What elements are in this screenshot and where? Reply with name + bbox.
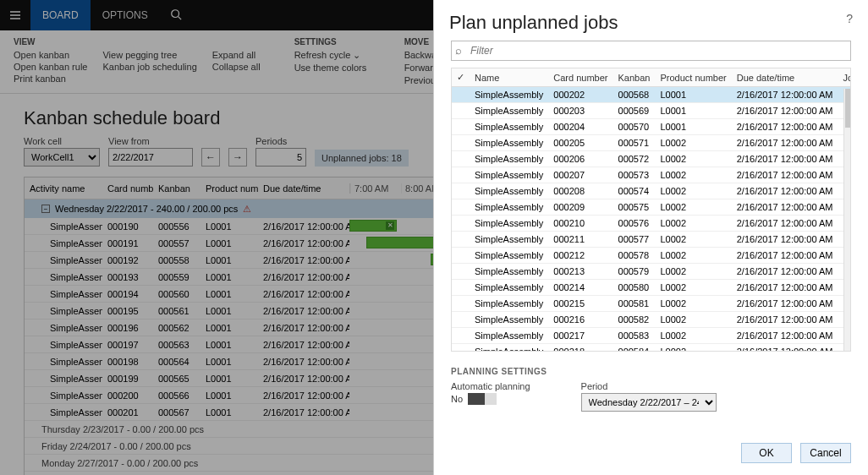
pcol-product[interactable]: Product number <box>655 68 731 87</box>
row-check[interactable] <box>452 328 470 344</box>
panel-row[interactable]: SimpleAssembly000215000581L00022/16/2017… <box>452 296 851 312</box>
row-check[interactable] <box>452 312 470 328</box>
cell-activity: SimpleAssembly <box>25 374 102 384</box>
col-product[interactable]: Product number <box>201 183 258 194</box>
search-icon[interactable] <box>160 8 192 23</box>
cell-product: L0001 <box>201 238 258 248</box>
collapse-all[interactable]: Collapse all <box>212 62 261 72</box>
ribbon-view-title: VIEW <box>14 37 261 46</box>
scrollbar[interactable] <box>843 89 850 351</box>
panel-row[interactable]: SimpleAssembly000214000580L00022/16/2017… <box>452 280 851 296</box>
auto-planning-toggle[interactable] <box>468 393 497 405</box>
row-check[interactable] <box>452 344 470 352</box>
gantt-bar[interactable]: ✕ <box>349 220 397 232</box>
col-due[interactable]: Due date/time <box>258 183 349 194</box>
cell-due: 2/16/2017 12:00:00 AM <box>258 323 349 333</box>
cell-kanban: 000564 <box>153 357 201 367</box>
filter-input[interactable] <box>451 41 851 61</box>
panel-row[interactable]: SimpleAssembly000206000572L00022/16/2017… <box>452 151 851 167</box>
cell-product: L0002 <box>655 216 731 232</box>
view-pegging-tree[interactable]: View pegging tree <box>102 50 196 60</box>
open-kanban-rule[interactable]: Open kanban rule <box>14 62 87 72</box>
collapse-icon[interactable]: − <box>41 205 50 213</box>
periods-input[interactable] <box>255 148 306 167</box>
cell-kanban: 000574 <box>613 183 656 199</box>
panel-row[interactable]: SimpleAssembly000208000574L00022/16/2017… <box>452 183 851 199</box>
cell-name: SimpleAssembly <box>470 280 548 296</box>
row-check[interactable] <box>452 232 470 248</box>
pcol-name[interactable]: Name <box>470 68 548 87</box>
ok-button[interactable]: OK <box>741 443 792 463</box>
panel-row[interactable]: SimpleAssembly000213000579L00022/16/2017… <box>452 264 851 280</box>
cell-due: 2/16/2017 12:00:00 AM <box>258 238 349 248</box>
panel-row[interactable]: SimpleAssembly000212000578L00022/16/2017… <box>452 248 851 264</box>
viewfrom-input[interactable] <box>108 148 193 167</box>
workcell-select[interactable]: WorkCell1 <box>24 148 100 167</box>
hamburger-icon[interactable] <box>0 0 30 30</box>
row-check[interactable] <box>452 183 470 199</box>
period-select[interactable]: Wednesday 2/22/2017 – 240... <box>581 393 717 412</box>
expand-all[interactable]: Expand all <box>212 50 261 60</box>
tab-options[interactable]: OPTIONS <box>91 0 160 30</box>
col-activity[interactable]: Activity name <box>25 183 102 194</box>
row-check[interactable] <box>452 167 470 183</box>
panel-row[interactable]: SimpleAssembly000207000573L00022/16/2017… <box>452 167 851 183</box>
time-7am: 7:00 AM <box>350 183 401 194</box>
open-kanban[interactable]: Open kanban <box>14 50 87 60</box>
row-check[interactable] <box>452 296 470 312</box>
pcol-card[interactable]: Card number <box>548 68 613 87</box>
cell-activity: SimpleAssembly <box>25 340 102 350</box>
cell-kanban: 000580 <box>613 280 656 296</box>
print-kanban[interactable]: Print kanban <box>14 74 87 84</box>
cell-card: 000208 <box>548 183 613 199</box>
row-check[interactable] <box>452 216 470 232</box>
cell-card: 000191 <box>102 238 153 248</box>
panel-row[interactable]: SimpleAssembly000204000570L00012/16/2017… <box>452 119 851 135</box>
next-arrow-button[interactable]: → <box>228 148 247 167</box>
panel-row[interactable]: SimpleAssembly000218000584L00022/16/2017… <box>452 344 851 352</box>
panel-row[interactable]: SimpleAssembly000211000577L00022/16/2017… <box>452 232 851 248</box>
unplanned-jobs-pill[interactable]: Unplanned jobs: 18 <box>315 150 409 167</box>
cell-name: SimpleAssembly <box>470 151 548 167</box>
use-theme-colors[interactable]: Use theme colors <box>294 63 371 73</box>
help-icon[interactable]: ? <box>846 12 853 25</box>
row-check[interactable] <box>452 151 470 167</box>
prev-arrow-button[interactable]: ← <box>201 148 220 167</box>
cancel-button[interactable]: Cancel <box>800 443 851 463</box>
cell-card: 000196 <box>102 323 153 333</box>
panel-row[interactable]: SimpleAssembly000202000568L00012/16/2017… <box>452 87 851 103</box>
row-check[interactable] <box>452 87 470 103</box>
pcol-qty[interactable]: Job quantity <box>838 68 851 87</box>
col-check[interactable]: ✓ <box>452 68 470 87</box>
panel-row[interactable]: SimpleAssembly000205000571L00022/16/2017… <box>452 135 851 151</box>
cell-kanban: 000558 <box>153 255 201 265</box>
pcol-kanban[interactable]: Kanban <box>613 68 656 87</box>
row-check[interactable] <box>452 264 470 280</box>
cell-name: SimpleAssembly <box>470 135 548 151</box>
panel-row[interactable]: SimpleAssembly000217000583L00022/16/2017… <box>452 328 851 344</box>
row-check[interactable] <box>452 119 470 135</box>
cell-name: SimpleAssembly <box>470 296 548 312</box>
cell-due: 2/16/2017 12:00:00 AM <box>732 151 838 167</box>
cell-kanban: 000568 <box>613 87 656 103</box>
row-check[interactable] <box>452 248 470 264</box>
row-check[interactable] <box>452 199 470 216</box>
panel-row[interactable]: SimpleAssembly000209000575L00022/16/2017… <box>452 199 851 216</box>
panel-row[interactable]: SimpleAssembly000216000582L00022/16/2017… <box>452 312 851 328</box>
row-check[interactable] <box>452 103 470 119</box>
panel-row[interactable]: SimpleAssembly000210000576L00022/16/2017… <box>452 216 851 232</box>
cell-card: 000199 <box>102 374 153 384</box>
kanban-job-scheduling[interactable]: Kanban job scheduling <box>102 62 196 72</box>
col-kanban[interactable]: Kanban <box>153 183 201 194</box>
refresh-cycle[interactable]: Refresh cycle ⌄ <box>294 50 371 61</box>
pcol-due[interactable]: Due date/time <box>732 68 838 87</box>
tab-board[interactable]: BOARD <box>30 0 91 30</box>
row-check[interactable] <box>452 280 470 296</box>
panel-row[interactable]: SimpleAssembly000203000569L00012/16/2017… <box>452 103 851 119</box>
cell-due: 2/16/2017 12:00:00 AM <box>258 340 349 350</box>
cell-due: 2/16/2017 12:00:00 AM <box>732 119 838 135</box>
cell-product: L0001 <box>201 306 258 316</box>
row-check[interactable] <box>452 135 470 151</box>
col-card[interactable]: Card number <box>102 183 153 194</box>
cell-card: 000206 <box>548 151 613 167</box>
